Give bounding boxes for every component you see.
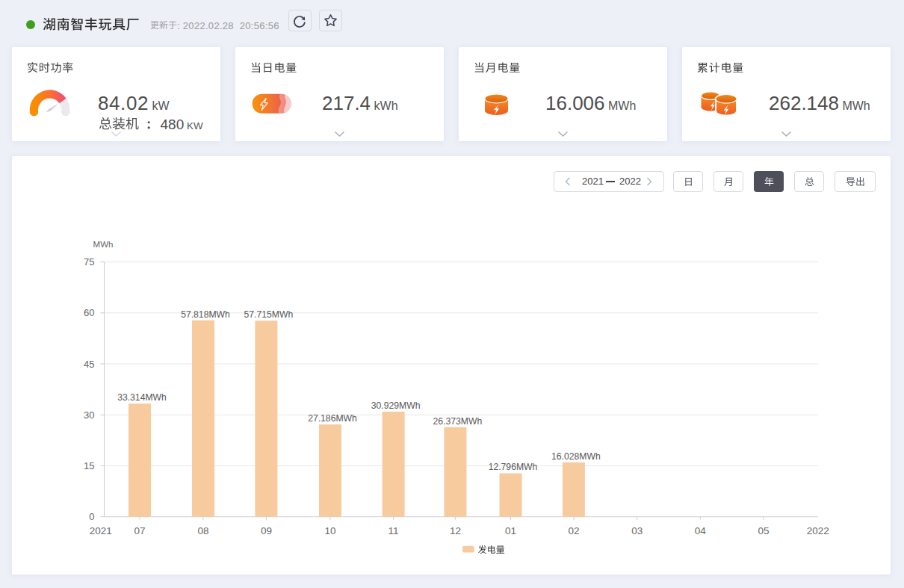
svg-text:2022: 2022 — [807, 525, 829, 536]
svg-text:11: 11 — [388, 525, 399, 536]
svg-text:27.186MWh: 27.186MWh — [308, 413, 357, 424]
svg-text:05: 05 — [758, 525, 769, 536]
svg-text:26.373MWh: 26.373MWh — [433, 416, 483, 427]
svg-text:75: 75 — [84, 256, 94, 267]
svg-text:03: 03 — [631, 525, 643, 536]
svg-text:12: 12 — [450, 525, 461, 536]
svg-text:MWh: MWh — [93, 240, 114, 249]
svg-text:12.796MWh: 12.796MWh — [489, 462, 538, 472]
svg-text:2021: 2021 — [90, 525, 112, 536]
svg-text:57.818MWh: 57.818MWh — [181, 309, 230, 320]
svg-text:60: 60 — [84, 307, 94, 318]
svg-text:08: 08 — [197, 525, 208, 536]
svg-text:02: 02 — [568, 525, 579, 536]
svg-text:30.929MWh: 30.929MWh — [371, 400, 421, 411]
svg-text:04: 04 — [695, 525, 707, 536]
svg-text:10: 10 — [324, 525, 335, 536]
svg-text:30: 30 — [84, 409, 94, 421]
svg-text:01: 01 — [505, 525, 516, 536]
svg-text:57.715MWh: 57.715MWh — [244, 309, 294, 320]
svg-text:15: 15 — [84, 460, 94, 471]
svg-text:07: 07 — [134, 525, 145, 536]
svg-text:0: 0 — [89, 511, 94, 522]
svg-text:33.314MWh: 33.314MWh — [117, 392, 167, 403]
svg-text:16.028MWh: 16.028MWh — [551, 451, 601, 462]
svg-text:45: 45 — [84, 359, 94, 370]
svg-text:09: 09 — [261, 525, 272, 536]
